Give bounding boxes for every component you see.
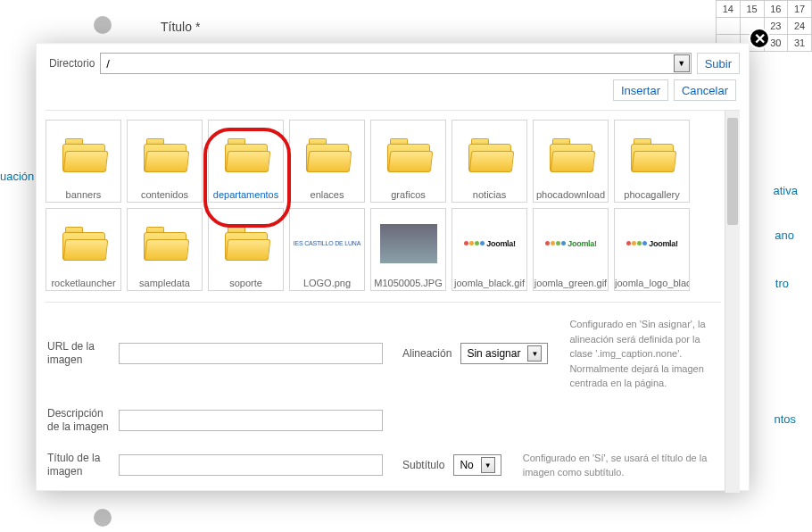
item-grid: bannerscontenidosdepartamentosenlacesgra… bbox=[46, 120, 721, 291]
folder-item[interactable]: contenidos bbox=[127, 120, 203, 203]
form-row-title: Título de la imagen Subtítulo No ▼ Confi… bbox=[46, 447, 721, 493]
folder-icon bbox=[225, 209, 268, 278]
title-label: Título de la imagen bbox=[47, 452, 110, 479]
directory-label: Directorio bbox=[49, 57, 95, 70]
file-item[interactable]: Joomla!joomla_black.gif bbox=[452, 208, 527, 291]
directory-bar: Directorio / ▼ Subir bbox=[37, 44, 749, 78]
folder-item[interactable]: soporte bbox=[208, 208, 284, 291]
desc-input[interactable] bbox=[119, 410, 383, 431]
bg-toolbar-icon bbox=[94, 16, 112, 34]
directory-dropdown-button[interactable]: ▼ bbox=[674, 54, 690, 72]
image-picker-dialog: ✕ Directorio / ▼ Subir Insertar Cancelar… bbox=[36, 43, 750, 491]
folder-item[interactable]: enlaces bbox=[289, 120, 365, 203]
align-select[interactable]: Sin asignar ▼ bbox=[460, 343, 548, 364]
item-label: rocketlauncher bbox=[46, 278, 120, 288]
image-thumbnail bbox=[380, 209, 437, 278]
item-label: enlaces bbox=[290, 189, 364, 200]
folder-icon bbox=[550, 121, 592, 189]
subtitle-select[interactable]: No ▼ bbox=[453, 454, 501, 476]
item-label: soporte bbox=[209, 278, 283, 288]
image-thumbnail: IES CASTILLO DE LUNA bbox=[294, 209, 360, 278]
vertical-scrollbar[interactable] bbox=[725, 111, 740, 493]
image-thumbnail: Joomla! bbox=[626, 209, 677, 278]
up-button[interactable]: Subir bbox=[697, 53, 740, 74]
folder-item[interactable]: rocketlauncher bbox=[46, 208, 121, 291]
dialog-content: bannerscontenidosdepartamentosenlacesgra… bbox=[46, 111, 725, 493]
directory-value: / bbox=[106, 57, 110, 71]
chevron-down-icon: ▼ bbox=[527, 345, 542, 362]
desc-label: Descripción de la imagen bbox=[47, 407, 110, 435]
bg-link[interactable]: tro bbox=[775, 277, 789, 290]
folder-icon bbox=[631, 121, 674, 189]
form-row-desc: Descripción de la imagen bbox=[46, 403, 721, 447]
folder-item[interactable]: phocadownload bbox=[533, 120, 609, 203]
folder-icon bbox=[306, 121, 349, 189]
subtitle-help-text: Configurado en 'Sí', se usará el título … bbox=[523, 451, 721, 480]
bg-field-label: Título * bbox=[161, 20, 200, 34]
bg-toolbar-icon bbox=[94, 509, 112, 527]
folder-icon bbox=[144, 209, 186, 278]
image-thumbnail: Joomla! bbox=[463, 209, 515, 278]
file-item[interactable]: Joomla!joomla_logo_black.gif bbox=[614, 208, 690, 291]
item-label: graficos bbox=[371, 189, 445, 200]
item-label: phocadownload bbox=[534, 189, 608, 200]
dialog-action-row: Insertar Cancelar bbox=[37, 78, 749, 110]
item-label: phocagallery bbox=[615, 189, 689, 200]
title-input[interactable] bbox=[119, 454, 383, 476]
folder-item[interactable]: noticias bbox=[452, 120, 527, 203]
item-label: LOGO.png bbox=[290, 278, 364, 288]
folder-icon bbox=[62, 121, 105, 189]
close-icon: ✕ bbox=[754, 30, 766, 47]
url-input[interactable] bbox=[119, 343, 383, 364]
bg-link[interactable]: ano bbox=[775, 229, 794, 242]
directory-input[interactable]: / ▼ bbox=[100, 53, 691, 74]
subtitle-value: No bbox=[460, 459, 473, 471]
item-label: joomla_green.gif bbox=[534, 278, 608, 288]
chevron-down-icon: ▼ bbox=[677, 59, 685, 68]
item-label: banners bbox=[46, 189, 120, 200]
file-item[interactable]: M1050005.JPG bbox=[370, 208, 446, 291]
folder-icon bbox=[387, 121, 430, 189]
align-label: Alineación bbox=[402, 347, 452, 360]
folder-item[interactable]: graficos bbox=[370, 120, 446, 203]
bg-link[interactable]: ativa bbox=[774, 184, 798, 197]
cancel-button[interactable]: Cancelar bbox=[674, 79, 736, 101]
url-label: URL de la imagen bbox=[47, 340, 110, 368]
file-item[interactable]: IES CASTILLO DE LUNALOGO.png bbox=[289, 208, 365, 291]
close-button[interactable]: ✕ bbox=[749, 28, 770, 49]
divider bbox=[46, 302, 721, 303]
folder-item[interactable]: departamentos bbox=[208, 120, 284, 203]
folder-icon bbox=[468, 121, 511, 189]
bg-link[interactable]: ntos bbox=[774, 412, 796, 426]
folder-icon bbox=[225, 121, 268, 189]
file-item[interactable]: Joomla!joomla_green.gif bbox=[533, 208, 609, 291]
folder-item[interactable]: banners bbox=[46, 120, 121, 203]
item-label: joomla_black.gif bbox=[452, 278, 526, 288]
folder-item[interactable]: sampledata bbox=[127, 208, 203, 291]
chevron-down-icon: ▼ bbox=[481, 457, 495, 473]
item-label: sampledata bbox=[128, 278, 202, 288]
item-label: departamentos bbox=[209, 189, 283, 200]
folder-icon bbox=[144, 121, 186, 189]
insert-button[interactable]: Insertar bbox=[613, 79, 668, 101]
folder-icon bbox=[62, 209, 105, 278]
item-label: contenidos bbox=[128, 189, 202, 200]
subtitle-label: Subtítulo bbox=[402, 459, 444, 471]
folder-item[interactable]: phocagallery bbox=[614, 120, 690, 203]
content-frame: bannerscontenidosdepartamentosenlacesgra… bbox=[46, 110, 740, 493]
bg-link[interactable]: uación bbox=[0, 170, 34, 183]
item-label: joomla_logo_black.gif bbox=[615, 278, 689, 288]
form-row-url: URL de la imagen Alineación Sin asignar … bbox=[46, 313, 721, 403]
item-label: noticias bbox=[452, 189, 526, 200]
item-label: M1050005.JPG bbox=[371, 278, 445, 288]
align-value: Sin asignar bbox=[467, 347, 520, 360]
align-help-text: Configurado en 'Sin asignar', la alineac… bbox=[569, 317, 721, 391]
scrollbar-thumb[interactable] bbox=[727, 118, 738, 225]
image-thumbnail: Joomla! bbox=[544, 209, 596, 278]
